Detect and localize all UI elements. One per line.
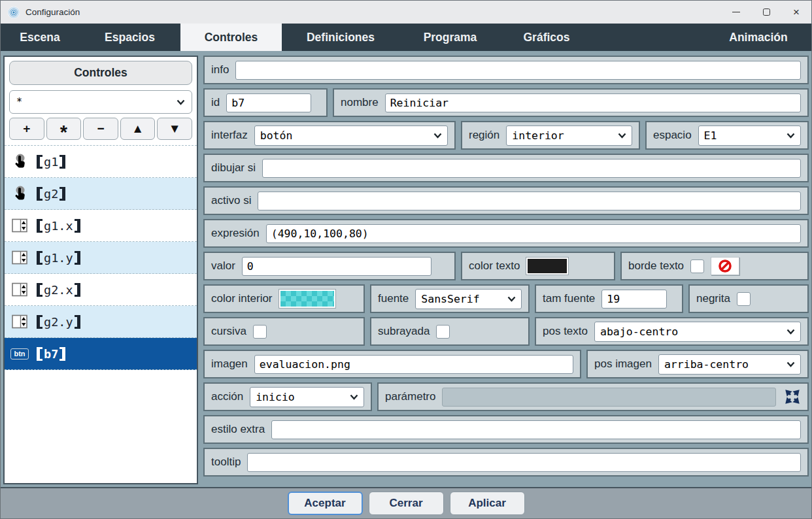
right-bracket — [75, 315, 80, 329]
borde-texto-color-button[interactable] — [711, 257, 739, 275]
cursiva-checkbox[interactable] — [253, 325, 267, 339]
close-button[interactable]: × — [781, 1, 811, 24]
control-list-item-b7[interactable]: btnb7 — [5, 338, 197, 370]
tam-fuente-input[interactable] — [601, 290, 667, 309]
nombre-input[interactable] — [385, 93, 801, 112]
color-interior-label: color interior — [211, 292, 273, 305]
color-texto-swatch[interactable] — [526, 258, 568, 275]
negrita-label: negrita — [696, 292, 730, 305]
controls-filter-select[interactable]: * — [9, 90, 192, 114]
fuente-group: fuente SansSerif — [370, 284, 530, 313]
remove-control-button[interactable]: − — [83, 118, 118, 140]
estilo-extra-group: estilo extra — [203, 415, 809, 444]
aplicar-button[interactable]: Aplicar — [450, 492, 525, 515]
region-label: región — [469, 129, 499, 142]
espacio-value: E1 — [704, 129, 717, 142]
left-bracket — [37, 155, 42, 169]
control-list-item-g1.y[interactable]: g1.y — [5, 242, 197, 274]
spinner-control-icon — [12, 218, 28, 233]
region-select[interactable]: interior — [506, 126, 632, 146]
pos-imagen-group: pos imagen arriba-centro — [586, 350, 809, 378]
control-list-item-g2.y[interactable]: g2.y — [5, 306, 197, 338]
move-down-control-button[interactable]: ▼ — [157, 118, 192, 140]
id-input[interactable] — [226, 93, 311, 112]
activo-si-input[interactable] — [258, 192, 801, 210]
control-list-item-g2.x[interactable]: g2.x — [5, 274, 197, 306]
main-content: Controles * +*−▲▼ g1g2g1.xg1.yg2.xg2.ybt… — [1, 51, 811, 487]
left-bracket — [37, 219, 42, 233]
add-control-button[interactable]: + — [9, 118, 44, 140]
nombre-group: nombre — [333, 88, 809, 117]
imagen-input[interactable] — [254, 355, 573, 374]
id-group: id — [203, 88, 328, 117]
expand-editor-button[interactable] — [784, 388, 801, 405]
info-group: info — [203, 56, 809, 84]
parametro-input — [442, 388, 776, 407]
imagen-label: imagen — [211, 358, 248, 371]
control-item-label: g2 — [37, 187, 65, 201]
window-title: Configuración — [25, 7, 80, 17]
tab-espacios[interactable]: Espacios — [79, 24, 180, 51]
color-interior-swatch[interactable] — [279, 290, 335, 308]
maximize-button[interactable] — [751, 1, 781, 24]
graphic-control-icon — [12, 153, 28, 170]
subrayada-checkbox[interactable] — [436, 325, 450, 339]
graphic-control-icon — [11, 153, 28, 170]
tab-definiciones[interactable]: Definiciones — [282, 24, 399, 51]
right-bracket — [59, 347, 65, 361]
spinner-control-icon — [11, 313, 28, 330]
chevron-down-icon — [787, 133, 795, 139]
control-list-item-g1.x[interactable]: g1.x — [5, 210, 197, 242]
control-name: g1 — [44, 155, 58, 169]
spinner-control-icon — [11, 281, 28, 298]
pos-imagen-select[interactable]: arriba-centro — [658, 354, 801, 375]
espacio-select[interactable]: E1 — [698, 126, 801, 146]
espacio-label: espacio — [653, 129, 692, 142]
move-up-control-button[interactable]: ▲ — [120, 118, 156, 140]
clone-control-button[interactable]: * — [46, 118, 82, 140]
control-list-item-g2[interactable]: g2 — [5, 178, 197, 210]
info-input[interactable] — [235, 61, 801, 80]
right-bracket — [75, 251, 80, 265]
interfaz-value: botón — [260, 129, 293, 142]
accion-select[interactable]: inicio — [250, 387, 364, 407]
dialog-footer: AceptarCerrarAplicar — [1, 487, 811, 518]
chevron-down-icon — [787, 361, 795, 367]
aceptar-button[interactable]: Aceptar — [288, 492, 363, 515]
tab-escena[interactable]: Escena — [1, 24, 79, 51]
accion-group: acción inicio — [203, 382, 372, 411]
tab-controles[interactable]: Controles — [180, 24, 282, 51]
control-list-item-g1[interactable]: g1 — [5, 146, 197, 178]
tooltip-input[interactable] — [247, 453, 801, 472]
fuente-select[interactable]: SansSerif — [415, 289, 522, 309]
sidebar-title: Controles — [9, 61, 192, 85]
dibujar-si-group: dibujar si — [203, 154, 809, 182]
btn-badge: btn — [10, 348, 28, 360]
right-bracket — [59, 187, 65, 201]
window-controls: × — [721, 1, 811, 24]
list-toolbar: +*−▲▼ — [9, 118, 192, 140]
app-icon — [7, 6, 20, 19]
expresion-label: expresión — [211, 227, 260, 240]
fuente-label: fuente — [378, 292, 409, 305]
borde-texto-checkbox[interactable] — [690, 260, 704, 273]
minimize-button[interactable] — [721, 1, 751, 24]
expresion-input[interactable] — [266, 224, 801, 243]
pos-texto-select[interactable]: abajo-centro — [594, 322, 801, 342]
interfaz-group: interfaz botón — [203, 121, 456, 150]
chevron-down-icon — [433, 133, 442, 139]
id-label: id — [211, 96, 220, 109]
valor-input[interactable] — [242, 257, 431, 276]
tab-graficos[interactable]: Gráficos — [501, 24, 592, 51]
negrita-group: negrita — [688, 284, 809, 313]
titlebar: Configuración × — [1, 1, 811, 24]
tab-programa[interactable]: Programa — [399, 24, 501, 51]
cerrar-button[interactable]: Cerrar — [369, 492, 444, 515]
spinner-control-icon — [11, 217, 28, 234]
expand-icon — [785, 390, 800, 404]
tab-animacion[interactable]: Animación — [705, 24, 811, 51]
interfaz-select[interactable]: botón — [254, 126, 448, 146]
negrita-checkbox[interactable] — [737, 292, 751, 306]
estilo-extra-input[interactable] — [271, 420, 801, 439]
dibujar-si-input[interactable] — [262, 159, 801, 178]
